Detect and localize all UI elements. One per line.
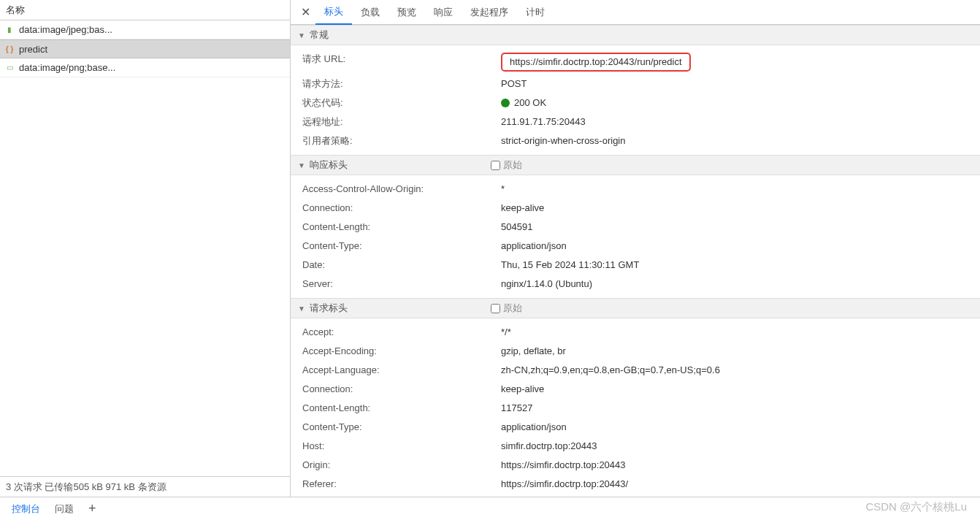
row-value: https://simfir.doctrp.top:20443 bbox=[501, 459, 968, 472]
section-response-headers[interactable]: ▼ 响应标头 原始 bbox=[291, 155, 980, 175]
row-key: Referer: bbox=[302, 478, 501, 491]
row-referrer-policy: 引用者策略: strict-origin-when-cross-origin bbox=[291, 131, 980, 150]
raw-checkbox[interactable] bbox=[491, 161, 500, 170]
row-value: application/json bbox=[501, 240, 968, 253]
row-value: 504591 bbox=[501, 221, 968, 234]
tab-payload[interactable]: 负载 bbox=[352, 0, 388, 25]
row-request-method: 请求方法: POST bbox=[291, 74, 980, 93]
row-key: Origin: bbox=[302, 459, 501, 472]
tab-response[interactable]: 响应 bbox=[425, 0, 462, 25]
header-row: Referer:https://simfir.doctrp.top:20443/ bbox=[291, 475, 980, 494]
row-value: */* bbox=[501, 326, 968, 339]
row-request-url: 请求 URL: https://simfir.doctrp.top:20443/… bbox=[291, 50, 980, 74]
row-key: Server: bbox=[302, 278, 501, 291]
row-key: 远程地址: bbox=[302, 115, 501, 129]
row-key: Accept-Encoding: bbox=[302, 345, 501, 358]
header-row: Accept-Language:zh-CN,zh;q=0.9,en;q=0.8,… bbox=[291, 361, 980, 380]
general-rows: 请求 URL: https://simfir.doctrp.top:20443/… bbox=[291, 45, 980, 155]
section-request-headers[interactable]: ▼ 请求标头 原始 bbox=[291, 298, 980, 318]
header-row: Content-Type:application/json bbox=[291, 418, 980, 437]
list-footer-summary: 3 次请求 已传输505 kB 971 kB 条资源 bbox=[0, 476, 290, 497]
request-item[interactable]: ▭ data:image/png;base... bbox=[0, 58, 290, 77]
row-key: Connection: bbox=[302, 202, 501, 215]
header-row: Access-Control-Allow-Origin:* bbox=[291, 180, 980, 199]
row-value: simfir.doctrp.top:20443 bbox=[501, 440, 968, 453]
header-row: Accept:*/* bbox=[291, 323, 980, 342]
request-item[interactable]: ▮ data:image/jpeg;bas... bbox=[0, 20, 290, 39]
row-key: Access-Control-Allow-Origin: bbox=[302, 183, 501, 196]
row-value: 117527 bbox=[501, 402, 968, 415]
raw-label: 原始 bbox=[503, 302, 522, 315]
request-label: predict bbox=[19, 44, 47, 55]
details-tab-bar: ✕ 标头 负载 预览 响应 发起程序 计时 bbox=[291, 0, 980, 25]
row-value: POST bbox=[501, 77, 968, 91]
headers-detail-scroll[interactable]: ▼ 常规 请求 URL: https://simfir.doctrp.top:2… bbox=[291, 25, 980, 497]
row-value: 200 OK bbox=[514, 96, 546, 110]
row-key: Content-Length: bbox=[302, 221, 501, 234]
status-dot-icon bbox=[501, 99, 510, 107]
header-row: Content-Type:application/json bbox=[291, 237, 980, 256]
row-value: strict-origin-when-cross-origin bbox=[501, 134, 968, 148]
row-value: Thu, 15 Feb 2024 11:30:11 GMT bbox=[501, 259, 968, 272]
image-icon: ▭ bbox=[4, 63, 15, 73]
request-item-selected[interactable]: { } predict bbox=[0, 39, 290, 58]
row-key: Content-Length: bbox=[302, 402, 501, 415]
image-icon: ▮ bbox=[4, 25, 15, 35]
header-row: Connection:keep-alive bbox=[291, 380, 980, 399]
drawer-tab-bar: 控制台 问题 + bbox=[0, 497, 980, 520]
request-details-pane: ✕ 标头 负载 预览 响应 发起程序 计时 ▼ 常规 请求 URL: https… bbox=[291, 0, 980, 497]
triangle-down-icon: ▼ bbox=[298, 31, 305, 39]
header-row: Date:Thu, 15 Feb 2024 11:30:11 GMT bbox=[291, 256, 980, 275]
section-general[interactable]: ▼ 常规 bbox=[291, 25, 980, 45]
tab-initiator[interactable]: 发起程序 bbox=[462, 0, 517, 25]
row-value: gzip, deflate, br bbox=[501, 345, 968, 358]
header-row: Server:nginx/1.14.0 (Ubuntu) bbox=[291, 275, 980, 294]
raw-checkbox[interactable] bbox=[491, 304, 500, 313]
request-label: data:image/png;base... bbox=[19, 62, 115, 73]
raw-label: 原始 bbox=[503, 158, 522, 172]
close-icon[interactable]: ✕ bbox=[295, 2, 315, 23]
row-status-code: 状态代码: 200 OK bbox=[291, 93, 980, 112]
row-key: Connection: bbox=[302, 383, 501, 396]
row-key: Content-Type: bbox=[302, 421, 501, 434]
tab-timing[interactable]: 计时 bbox=[517, 0, 554, 25]
request-label: data:image/jpeg;bas... bbox=[19, 24, 112, 35]
header-row: Accept-Encoding:gzip, deflate, br bbox=[291, 342, 980, 361]
list-header-name[interactable]: 名称 bbox=[0, 0, 290, 20]
header-row: Host:simfir.doctrp.top:20443 bbox=[291, 437, 980, 456]
row-value: keep-alive bbox=[501, 383, 968, 396]
tab-issues[interactable]: 问题 bbox=[55, 502, 74, 516]
row-key: Host: bbox=[302, 440, 501, 453]
row-key: Date: bbox=[302, 259, 501, 272]
section-title: 请求标头 bbox=[310, 302, 348, 315]
add-tab-icon[interactable]: + bbox=[88, 501, 96, 516]
section-title: 响应标头 bbox=[310, 158, 348, 172]
row-remote-address: 远程地址: 211.91.71.75:20443 bbox=[291, 112, 980, 131]
raw-toggle[interactable]: 原始 bbox=[491, 302, 522, 315]
header-row: Origin:https://simfir.doctrp.top:20443 bbox=[291, 456, 980, 475]
row-value: keep-alive bbox=[501, 202, 968, 215]
row-key: Content-Type: bbox=[302, 240, 501, 253]
header-row: Content-Length:117527 bbox=[291, 399, 980, 418]
row-key: Accept: bbox=[302, 326, 501, 339]
row-value: zh-CN,zh;q=0.9,en;q=0.8,en-GB;q=0.7,en-U… bbox=[501, 364, 968, 377]
row-key: Accept-Language: bbox=[302, 364, 501, 377]
tab-console[interactable]: 控制台 bbox=[12, 502, 40, 516]
network-request-list: 名称 ▮ data:image/jpeg;bas... { } predict … bbox=[0, 0, 291, 497]
raw-toggle[interactable]: 原始 bbox=[491, 158, 522, 172]
row-value: https://simfir.doctrp.top:20443/ bbox=[501, 478, 968, 491]
header-row: Content-Length:504591 bbox=[291, 218, 980, 237]
triangle-down-icon: ▼ bbox=[298, 305, 305, 313]
row-key: 请求 URL: bbox=[302, 53, 501, 72]
row-value: * bbox=[501, 183, 968, 196]
tab-preview[interactable]: 预览 bbox=[388, 0, 425, 25]
response-header-rows: Access-Control-Allow-Origin:*Connection:… bbox=[291, 175, 980, 298]
request-list: ▮ data:image/jpeg;bas... { } predict ▭ d… bbox=[0, 20, 290, 476]
row-key: 状态代码: bbox=[302, 96, 501, 110]
header-row: Connection:keep-alive bbox=[291, 199, 980, 218]
section-title: 常规 bbox=[310, 28, 329, 42]
fetch-icon: { } bbox=[4, 44, 15, 54]
row-key: 请求方法: bbox=[302, 77, 501, 91]
request-url-value[interactable]: https://simfir.doctrp.top:20443/run/pred… bbox=[501, 53, 691, 72]
tab-headers[interactable]: 标头 bbox=[315, 0, 352, 25]
